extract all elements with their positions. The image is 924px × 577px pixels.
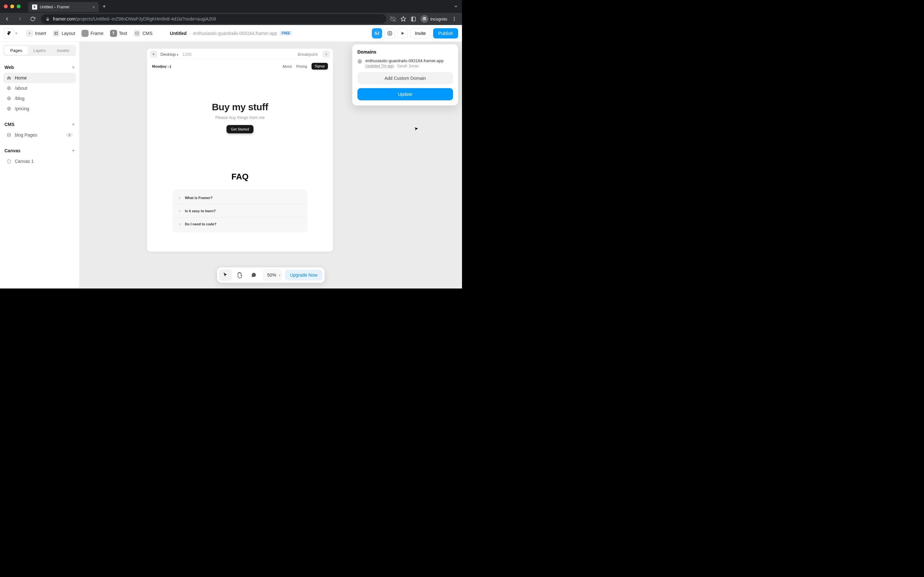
- zoom-selector[interactable]: 50% ▾: [263, 269, 282, 281]
- faq-item[interactable]: +Do I need to code?: [173, 218, 307, 230]
- sidebar-item-canvas-1[interactable]: Canvas 1: [3, 156, 76, 166]
- layout-icon: [53, 30, 60, 37]
- domain-updated[interactable]: Updated 7m ago: [365, 64, 394, 68]
- plus-icon: +: [178, 195, 181, 200]
- settings-button[interactable]: [384, 28, 395, 39]
- nav-link-about[interactable]: About: [282, 64, 292, 68]
- browser-menu-icon[interactable]: [452, 16, 457, 21]
- url-input[interactable]: framer.com/projects/Untitled--mZ98oDWaPJ…: [41, 14, 386, 24]
- svg-marker-1: [401, 17, 406, 21]
- plus-icon: +: [178, 221, 181, 227]
- framer-favicon-icon: F: [32, 5, 37, 10]
- sidebar-item-blog-pages[interactable]: blog Pages 3: [3, 130, 76, 140]
- hero-cta-button[interactable]: Get Started: [226, 125, 254, 133]
- svg-rect-3: [412, 17, 413, 21]
- browser-address-bar: framer.com/projects/Untitled--mZ98oDWaPJ…: [0, 13, 462, 25]
- breakpoint-width: 1200: [182, 52, 192, 57]
- plus-icon: +: [178, 208, 181, 213]
- sidebar-item-home[interactable]: Home: [3, 73, 76, 83]
- publish-button[interactable]: Publish: [433, 28, 458, 39]
- svg-point-5: [425, 19, 426, 20]
- add-custom-domain-button[interactable]: Add Custom Domain: [357, 72, 453, 84]
- url-path: /projects/Untitled--mZ98oDWaPJyDRgKHm9n8…: [75, 16, 216, 21]
- faq-list: +What is Framer? +Is it easy to learn? +…: [173, 189, 307, 232]
- browser-tab[interactable]: F Untitled – Framer ×: [28, 2, 99, 12]
- titlebar-chevron-icon[interactable]: [454, 4, 458, 9]
- cursor-icon: ➤: [414, 125, 419, 132]
- globe-icon: [6, 86, 11, 90]
- incognito-label: Incognito: [430, 17, 447, 21]
- reload-button[interactable]: [28, 16, 37, 21]
- hero-title: Buy my stuff: [153, 102, 326, 113]
- forward-button[interactable]: [15, 16, 24, 22]
- svg-rect-0: [47, 19, 49, 20]
- upgrade-now-button[interactable]: Upgrade Now: [285, 269, 323, 280]
- lock-icon: [45, 17, 50, 21]
- domain-row[interactable]: enthusiastic-guardrails-093164.framer.ap…: [357, 58, 453, 68]
- logo-chevron-icon[interactable]: ▾: [15, 31, 17, 35]
- new-tab-button[interactable]: +: [103, 3, 105, 9]
- left-sidebar: Pages Layers Assets Web + Home /about /b…: [0, 42, 79, 288]
- frame-play-icon[interactable]: [150, 51, 157, 58]
- hero-section: Buy my stuff Please buy things from me G…: [147, 73, 333, 172]
- breakpoint-name[interactable]: Desktop ▾: [160, 52, 178, 57]
- svg-point-18: [7, 133, 10, 135]
- hand-tool[interactable]: [233, 269, 246, 281]
- nav-signup-button[interactable]: Signup: [312, 63, 328, 69]
- nav-link-pricing[interactable]: Pricing: [296, 64, 307, 68]
- breakpoint-bar: Desktop ▾ 1200 Breakpoint +: [147, 49, 333, 60]
- canvas-viewport[interactable]: Desktop ▾ 1200 Breakpoint + Moodjoy :-) …: [79, 42, 462, 288]
- extensions-icon[interactable]: [411, 16, 416, 22]
- project-title-area[interactable]: Untitled · enthusiastic-guardrails-09316…: [170, 31, 292, 36]
- faq-heading: FAQ: [153, 172, 326, 182]
- svg-point-13: [389, 33, 391, 34]
- add-page-button[interactable]: +: [72, 64, 75, 70]
- globe-icon: [357, 59, 362, 68]
- layout-button[interactable]: Layout: [49, 28, 78, 39]
- globe-icon: [6, 96, 11, 101]
- svg-marker-19: [153, 53, 155, 55]
- back-button[interactable]: [3, 16, 11, 22]
- home-icon: [6, 76, 11, 80]
- pointer-tool[interactable]: [219, 269, 232, 281]
- canvas-section-header: Canvas +: [3, 145, 76, 156]
- invite-button[interactable]: Invite: [410, 28, 431, 39]
- tab-layers[interactable]: Layers: [28, 46, 51, 55]
- frame-button[interactable]: Frame: [78, 28, 107, 39]
- breakpoint-label[interactable]: Breakpoint: [298, 52, 318, 57]
- add-breakpoint-button[interactable]: +: [323, 51, 330, 58]
- tab-assets[interactable]: Assets: [51, 46, 75, 55]
- framer-logo-button[interactable]: [4, 28, 14, 39]
- add-canvas-button[interactable]: +: [72, 148, 75, 153]
- app-toolbar: ▾ +Insert Layout Frame TText CMS Untitle…: [0, 25, 462, 42]
- sidebar-item-blog[interactable]: /blog: [3, 93, 76, 103]
- svg-point-12: [136, 31, 139, 33]
- comment-tool[interactable]: [247, 269, 260, 281]
- domains-popover: Domains enthusiastic-guardrails-093164.f…: [352, 44, 458, 105]
- eye-off-icon[interactable]: [390, 16, 396, 22]
- update-domain-button[interactable]: Update: [357, 88, 453, 100]
- insert-button[interactable]: +Insert: [23, 28, 49, 39]
- incognito-indicator[interactable]: Incognito: [421, 15, 447, 23]
- faq-item[interactable]: +What is Framer?: [173, 191, 307, 205]
- preview-play-button[interactable]: [397, 28, 408, 39]
- text-button[interactable]: TText: [107, 28, 131, 39]
- close-tab-icon[interactable]: ×: [92, 5, 95, 10]
- window-controls: [4, 5, 21, 8]
- project-url: enthusiastic-guardrails-093164.framer.ap…: [193, 31, 277, 36]
- close-window-icon[interactable]: [4, 5, 8, 8]
- add-cms-button[interactable]: +: [72, 121, 75, 127]
- tab-pages[interactable]: Pages: [5, 46, 28, 55]
- user-avatar[interactable]: SJ: [372, 28, 382, 39]
- sidebar-item-about[interactable]: /about: [3, 83, 76, 93]
- svg-rect-11: [57, 34, 58, 35]
- minimize-window-icon[interactable]: [10, 5, 14, 8]
- maximize-window-icon[interactable]: [17, 5, 21, 8]
- svg-point-8: [454, 20, 455, 21]
- web-section-header: Web +: [3, 62, 76, 73]
- bookmark-star-icon[interactable]: [401, 16, 406, 22]
- design-frame[interactable]: Moodjoy :-) About Pricing Signup Buy my …: [147, 60, 333, 251]
- sidebar-item-pricing[interactable]: /pricing: [3, 103, 76, 114]
- cms-button[interactable]: CMS: [130, 28, 156, 39]
- faq-item[interactable]: +Is it easy to learn?: [173, 205, 307, 218]
